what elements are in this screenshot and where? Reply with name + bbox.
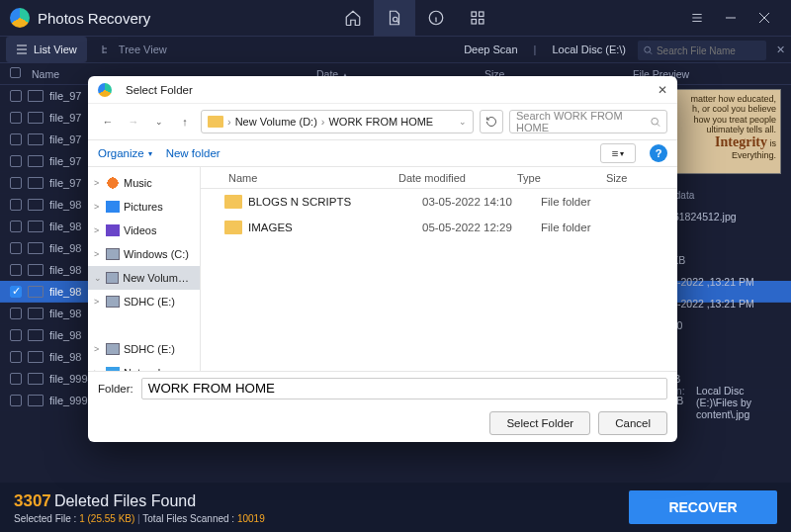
dialog-search[interactable]: Search WORK FROM HOME [509, 110, 667, 133]
nav-back-icon[interactable]: ← [98, 112, 118, 132]
dialog-nav: ← → ⌄ ↑ › New Volume (D:) › WORK FROM HO… [88, 104, 677, 139]
folder-icon [208, 116, 223, 128]
path-seg2[interactable]: WORK FROM HOME [328, 116, 433, 128]
chevron-icon[interactable]: > [94, 249, 102, 259]
chevron-icon[interactable]: > [94, 297, 102, 307]
folder-content-list[interactable]: BLOGS N SCRIPTS 03-05-2022 14:10 File fo… [201, 189, 677, 371]
chevron-icon[interactable]: > [94, 202, 102, 212]
nav-recent-icon[interactable]: ⌄ [149, 112, 169, 132]
path-dropdown-icon[interactable]: ⌄ [459, 117, 467, 127]
svg-point-7 [652, 118, 659, 125]
folder-label: Folder: [98, 383, 133, 395]
chevron-icon[interactable]: > [94, 225, 102, 235]
tree-item[interactable]: > Network [88, 361, 200, 371]
chevron-icon[interactable]: ⌄ [94, 273, 102, 283]
folder-input[interactable] [141, 378, 667, 399]
music-icon [106, 177, 120, 189]
drv-icon [106, 296, 120, 308]
list-item[interactable]: IMAGES 05-05-2022 12:29 File folder [201, 215, 677, 240]
tree-item[interactable]: > Windows (C:) [88, 242, 200, 266]
item-date: 03-05-2022 14:10 [422, 196, 541, 208]
col-size[interactable]: Size [606, 172, 677, 184]
dialog-title: Select Folder [126, 84, 193, 96]
organize-button[interactable]: Organize▾ [98, 147, 152, 159]
refresh-icon[interactable] [480, 110, 503, 133]
help-icon[interactable]: ? [650, 144, 667, 162]
tree-label: SDHC (E:) [124, 343, 175, 355]
drv-icon [106, 248, 120, 260]
cancel-button[interactable]: Cancel [598, 411, 667, 435]
view-toggle-button[interactable]: ≡ ▾ [600, 143, 636, 163]
dialog-backdrop: Select Folder ✕ ← → ⌄ ↑ › New Volume (D:… [0, 0, 791, 532]
tree-item[interactable]: > Videos [88, 219, 200, 242]
pic-icon [106, 201, 120, 213]
path-seg1[interactable]: New Volume (D:) [235, 116, 317, 128]
item-name: IMAGES [248, 222, 422, 233]
chevron-icon[interactable]: > [94, 178, 102, 188]
content-headers: Name Date modified Type Size [201, 167, 677, 189]
drv-icon [106, 343, 120, 355]
tree-label: Videos [124, 224, 156, 236]
dialog-titlebar: Select Folder ✕ [88, 76, 677, 104]
select-folder-dialog: Select Folder ✕ ← → ⌄ ↑ › New Volume (D:… [88, 76, 677, 442]
item-name: BLOGS N SCRIPTS [248, 196, 422, 208]
vid-icon [106, 224, 120, 236]
tree-item[interactable]: > SDHC (E:) [88, 337, 200, 361]
tree-label: New Volume (D [123, 272, 194, 284]
tree-label: Music [124, 177, 152, 189]
tree-label: Pictures [124, 201, 163, 213]
tree-item[interactable]: ⌄ New Volume (D [88, 266, 200, 290]
dialog-toolbar: Organize▾ New folder ≡ ▾ ? [88, 139, 677, 167]
nav-up-icon[interactable]: ↑ [175, 112, 195, 132]
dialog-search-placeholder: Search WORK FROM HOME [516, 110, 645, 133]
dialog-close-icon[interactable]: ✕ [658, 83, 667, 97]
tree-item[interactable] [88, 313, 200, 337]
folder-icon [224, 221, 242, 234]
path-box[interactable]: › New Volume (D:) › WORK FROM HOME ⌄ [201, 110, 474, 133]
tree-item[interactable]: > Pictures [88, 195, 200, 219]
tree-item[interactable]: > SDHC (E:) [88, 290, 200, 313]
col-date[interactable]: Date modified [398, 172, 517, 184]
nav-forward-icon[interactable]: → [124, 112, 143, 132]
item-type: File folder [541, 196, 630, 208]
tree-item[interactable]: > Music [88, 171, 200, 195]
folder-tree[interactable]: > Music> Pictures> Videos> Windows (C:)⌄… [88, 167, 201, 371]
tree-label: Windows (C:) [124, 248, 189, 260]
folder-icon [224, 195, 242, 209]
tree-label: SDHC (E:) [124, 296, 175, 308]
item-date: 05-05-2022 12:29 [422, 222, 541, 233]
drv-icon [106, 272, 119, 284]
item-type: File folder [541, 222, 630, 233]
col-type[interactable]: Type [517, 172, 606, 184]
select-folder-button[interactable]: Select Folder [489, 411, 590, 435]
list-item[interactable]: BLOGS N SCRIPTS 03-05-2022 14:10 File fo… [201, 189, 677, 215]
dialog-logo-icon [98, 83, 112, 97]
search-icon [651, 117, 660, 128]
col-name[interactable]: Name [201, 172, 398, 184]
blank-icon [106, 319, 120, 331]
new-folder-button[interactable]: New folder [166, 147, 220, 159]
chevron-icon[interactable]: > [94, 344, 102, 354]
dialog-folder-row: Folder: [88, 371, 677, 404]
